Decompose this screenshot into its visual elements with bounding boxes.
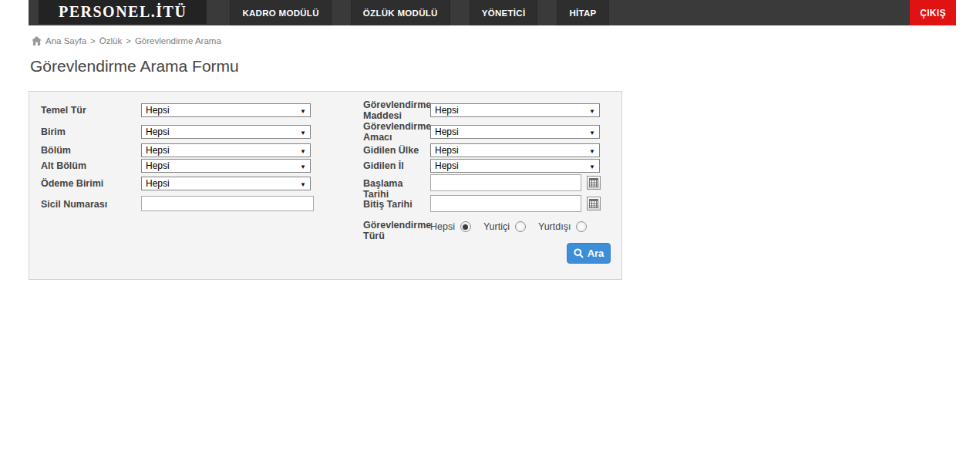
chevron-down-icon	[300, 145, 306, 156]
radio-label: Yurtdışı	[538, 221, 571, 232]
gorevlendirme-amaci-select[interactable]: Hepsi	[430, 125, 600, 139]
label-gorevlendirme-amaci: Görevlendirme Amacı	[363, 121, 429, 143]
page-shell: PERSONEL.İTÜ KADRO MODÜLÜ ÖZLÜK MODÜLÜ Y…	[29, 0, 956, 280]
page-title: Görevlendirme Arama Formu	[29, 57, 956, 76]
chevron-down-icon	[589, 126, 595, 137]
radio-button[interactable]	[515, 221, 526, 232]
chevron-down-icon	[300, 105, 306, 116]
label-baslama-tarihi: Başlama Tarihi	[363, 178, 429, 200]
logout-button[interactable]: ÇIKIŞ	[910, 0, 956, 25]
radio-label: Yurtiçi	[483, 221, 510, 232]
home-icon	[32, 36, 42, 45]
breadcrumb-link-ana-sayfa[interactable]: Ana Sayfa	[45, 36, 86, 45]
baslama-tarihi-calendar-button[interactable]	[587, 176, 601, 190]
chevron-down-icon	[300, 160, 306, 171]
nav-item-ozluk-modulu[interactable]: ÖZLÜK MODÜLÜ	[351, 0, 450, 25]
radio-option-yurtici[interactable]: Yurtiçi	[483, 221, 526, 232]
search-button-label: Ara	[588, 247, 605, 259]
search-button[interactable]: Ara	[567, 243, 611, 264]
breadcrumb-current: Görevlendirme Arama	[135, 36, 221, 45]
label-temel-tur: Temel Tür	[41, 105, 138, 116]
label-alt-bolum: Alt Bölüm	[41, 160, 138, 171]
nav-item-kadro-modulu[interactable]: KADRO MODÜLÜ	[230, 0, 331, 25]
breadcrumb-separator: >	[90, 36, 96, 45]
radio-button[interactable]	[576, 221, 587, 232]
breadcrumb-link-ozluk[interactable]: Özlük	[99, 36, 122, 45]
label-odeme-birimi: Ödeme Birimi	[41, 178, 138, 189]
select-value: Hepsi	[435, 145, 459, 156]
gidilen-il-select[interactable]: Hepsi	[430, 159, 600, 173]
radio-option-hepsi[interactable]: Hepsi	[430, 221, 471, 232]
temel-tur-select[interactable]: Hepsi	[141, 103, 311, 117]
label-gorevlendirme-turu: Görevlendirme Türü	[363, 220, 429, 241]
label-birim: Birim	[41, 126, 138, 137]
breadcrumb: Ana Sayfa > Özlük > Görevlendirme Arama	[29, 36, 956, 45]
search-form-panel: Temel Tür Birim Bölüm Alt Bölüm Ödeme Bi…	[29, 91, 622, 280]
app-logo[interactable]: PERSONEL.İTÜ	[39, 0, 207, 24]
baslama-tarihi-input[interactable]	[430, 174, 581, 191]
gidilen-ulke-select[interactable]: Hepsi	[430, 143, 600, 157]
alt-bolum-select[interactable]: Hepsi	[141, 159, 311, 173]
label-bitis-tarihi: Bitiş Tarihi	[363, 199, 429, 210]
radio-label: Hepsi	[430, 221, 455, 232]
calendar-icon	[589, 178, 598, 187]
select-value: Hepsi	[146, 145, 170, 156]
gorevlendirme-turu-radio-group: Hepsi Yurtiçi Yurtdışı	[430, 221, 599, 232]
chevron-down-icon	[589, 145, 595, 156]
nav-item-yonetici[interactable]: YÖNETİCİ	[470, 0, 538, 25]
bitis-tarihi-input[interactable]	[430, 195, 581, 212]
search-icon	[574, 248, 584, 258]
radio-option-yurtdisi[interactable]: Yurtdışı	[538, 221, 587, 232]
select-value: Hepsi	[435, 126, 459, 137]
label-bolum: Bölüm	[41, 145, 138, 156]
select-value: Hepsi	[146, 178, 170, 189]
birim-select[interactable]: Hepsi	[141, 125, 311, 139]
nav-item-hitap[interactable]: HİTAP	[557, 0, 608, 25]
label-gorevlendirme-maddesi: Görevlendirme Maddesi	[363, 99, 429, 121]
sicil-numarasi-input[interactable]	[141, 196, 314, 211]
chevron-down-icon	[300, 178, 306, 189]
select-value: Hepsi	[435, 105, 459, 116]
select-value: Hepsi	[146, 126, 170, 137]
select-value: Hepsi	[146, 160, 170, 171]
main-nav: KADRO MODÜLÜ ÖZLÜK MODÜLÜ YÖNETİCİ HİTAP	[230, 0, 628, 25]
bitis-tarihi-calendar-button[interactable]	[587, 197, 601, 210]
label-gidilen-il: Gidilen İl	[363, 160, 429, 171]
chevron-down-icon	[589, 160, 595, 171]
odeme-birimi-select[interactable]: Hepsi	[141, 177, 311, 190]
top-navigation-bar: PERSONEL.İTÜ KADRO MODÜLÜ ÖZLÜK MODÜLÜ Y…	[29, 0, 956, 25]
chevron-down-icon	[589, 105, 595, 116]
label-sicil-numarasi: Sicil Numarası	[41, 199, 138, 210]
select-value: Hepsi	[435, 160, 459, 171]
chevron-down-icon	[300, 126, 306, 137]
header-spacer	[628, 0, 910, 25]
calendar-icon	[589, 199, 598, 208]
breadcrumb-separator: >	[126, 36, 131, 45]
radio-button-checked[interactable]	[460, 221, 471, 232]
select-value: Hepsi	[146, 105, 170, 116]
bolum-select[interactable]: Hepsi	[141, 143, 311, 157]
label-gidilen-ulke: Gidilen Ülke	[363, 145, 429, 156]
gorevlendirme-maddesi-select[interactable]: Hepsi	[430, 103, 600, 117]
